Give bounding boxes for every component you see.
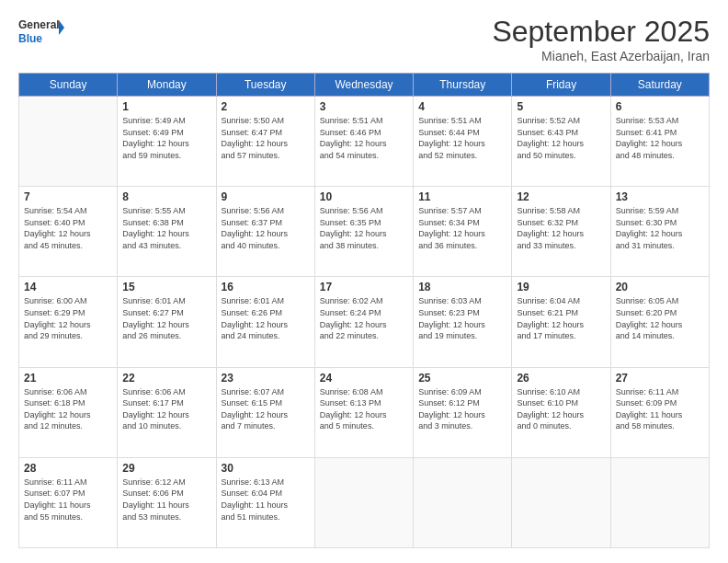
day-number: 27 <box>616 372 704 385</box>
day-info: Sunrise: 5:56 AMSunset: 6:35 PMDaylight:… <box>320 205 408 251</box>
calendar-cell <box>19 97 118 187</box>
day-info: Sunrise: 5:59 AMSunset: 6:30 PMDaylight:… <box>616 205 704 251</box>
day-number: 17 <box>320 281 408 293</box>
calendar-cell: 17Sunrise: 6:02 AMSunset: 6:24 PMDayligh… <box>314 277 413 367</box>
week-row-5: 28Sunrise: 6:11 AMSunset: 6:07 PMDayligh… <box>19 457 710 547</box>
day-info: Sunrise: 6:11 AMSunset: 6:09 PMDaylight:… <box>616 386 704 432</box>
day-number: 3 <box>320 100 408 113</box>
svg-text:General: General <box>18 18 60 31</box>
day-info: Sunrise: 5:57 AMSunset: 6:34 PMDaylight:… <box>418 205 506 251</box>
calendar-cell: 2Sunrise: 5:50 AMSunset: 6:47 PMDaylight… <box>216 97 314 187</box>
day-info: Sunrise: 6:12 AMSunset: 6:06 PMDaylight:… <box>122 477 210 523</box>
day-info: Sunrise: 5:58 AMSunset: 6:32 PMDaylight:… <box>517 205 605 251</box>
svg-text:Blue: Blue <box>18 32 42 45</box>
logo: General Blue <box>18 15 64 48</box>
weekday-thursday: Thursday <box>414 74 512 97</box>
day-number: 22 <box>122 372 210 385</box>
calendar-cell: 23Sunrise: 6:07 AMSunset: 6:15 PMDayligh… <box>216 367 314 457</box>
day-number: 29 <box>122 462 210 475</box>
day-info: Sunrise: 6:13 AMSunset: 6:04 PMDaylight:… <box>222 477 310 523</box>
day-number: 14 <box>24 281 112 293</box>
weekday-tuesday: Tuesday <box>216 74 314 97</box>
calendar-cell: 12Sunrise: 5:58 AMSunset: 6:32 PMDayligh… <box>512 187 610 277</box>
day-info: Sunrise: 6:06 AMSunset: 6:17 PMDaylight:… <box>122 386 210 432</box>
day-number: 24 <box>320 372 408 385</box>
calendar-cell: 16Sunrise: 6:01 AMSunset: 6:26 PMDayligh… <box>216 277 314 367</box>
calendar-cell: 3Sunrise: 5:51 AMSunset: 6:46 PMDaylight… <box>314 97 413 187</box>
calendar-cell: 28Sunrise: 6:11 AMSunset: 6:07 PMDayligh… <box>19 457 118 547</box>
day-info: Sunrise: 6:05 AMSunset: 6:20 PMDaylight:… <box>616 295 704 341</box>
day-info: Sunrise: 6:09 AMSunset: 6:12 PMDaylight:… <box>418 386 506 432</box>
calendar-cell: 13Sunrise: 5:59 AMSunset: 6:30 PMDayligh… <box>610 187 709 277</box>
calendar-cell: 19Sunrise: 6:04 AMSunset: 6:21 PMDayligh… <box>512 277 610 367</box>
calendar-cell: 30Sunrise: 6:13 AMSunset: 6:04 PMDayligh… <box>216 457 314 547</box>
day-number: 28 <box>24 462 112 475</box>
day-number: 21 <box>24 372 112 385</box>
day-info: Sunrise: 6:11 AMSunset: 6:07 PMDaylight:… <box>24 477 112 523</box>
day-number: 11 <box>418 190 506 203</box>
calendar-cell <box>512 457 610 547</box>
weekday-friday: Friday <box>512 74 610 97</box>
week-row-4: 21Sunrise: 6:06 AMSunset: 6:18 PMDayligh… <box>19 367 710 457</box>
calendar-cell: 7Sunrise: 5:54 AMSunset: 6:40 PMDaylight… <box>19 187 118 277</box>
week-row-3: 14Sunrise: 6:00 AMSunset: 6:29 PMDayligh… <box>19 277 710 367</box>
weekday-header-row: SundayMondayTuesdayWednesdayThursdayFrid… <box>19 74 710 97</box>
location-subtitle: Mianeh, East Azerbaijan, Iran <box>492 49 710 63</box>
day-info: Sunrise: 5:53 AMSunset: 6:41 PMDaylight:… <box>616 115 704 161</box>
day-number: 7 <box>24 190 112 203</box>
calendar-cell: 27Sunrise: 6:11 AMSunset: 6:09 PMDayligh… <box>610 367 709 457</box>
day-info: Sunrise: 6:01 AMSunset: 6:26 PMDaylight:… <box>222 295 310 341</box>
day-info: Sunrise: 5:52 AMSunset: 6:43 PMDaylight:… <box>517 115 605 161</box>
calendar-cell: 20Sunrise: 6:05 AMSunset: 6:20 PMDayligh… <box>610 277 709 367</box>
calendar-cell: 15Sunrise: 6:01 AMSunset: 6:27 PMDayligh… <box>118 277 216 367</box>
day-info: Sunrise: 6:02 AMSunset: 6:24 PMDaylight:… <box>320 295 408 341</box>
day-info: Sunrise: 5:51 AMSunset: 6:46 PMDaylight:… <box>320 115 408 161</box>
calendar-cell: 24Sunrise: 6:08 AMSunset: 6:13 PMDayligh… <box>314 367 413 457</box>
day-number: 20 <box>616 281 704 293</box>
day-number: 1 <box>122 100 210 113</box>
day-info: Sunrise: 6:08 AMSunset: 6:13 PMDaylight:… <box>320 386 408 432</box>
calendar-cell: 22Sunrise: 6:06 AMSunset: 6:17 PMDayligh… <box>118 367 216 457</box>
calendar-cell: 14Sunrise: 6:00 AMSunset: 6:29 PMDayligh… <box>19 277 118 367</box>
month-title: September 2025 <box>492 15 710 49</box>
day-number: 19 <box>517 281 605 293</box>
calendar-cell <box>414 457 512 547</box>
calendar-cell: 29Sunrise: 6:12 AMSunset: 6:06 PMDayligh… <box>118 457 216 547</box>
calendar-cell: 10Sunrise: 5:56 AMSunset: 6:35 PMDayligh… <box>314 187 413 277</box>
calendar-cell: 6Sunrise: 5:53 AMSunset: 6:41 PMDaylight… <box>610 97 709 187</box>
calendar-cell <box>314 457 413 547</box>
title-block: September 2025 Mianeh, East Azerbaijan, … <box>492 15 710 63</box>
calendar-cell <box>610 457 709 547</box>
day-number: 25 <box>418 372 506 385</box>
logo-svg: General Blue <box>18 15 64 48</box>
day-info: Sunrise: 5:56 AMSunset: 6:37 PMDaylight:… <box>222 205 310 251</box>
calendar-cell: 25Sunrise: 6:09 AMSunset: 6:12 PMDayligh… <box>414 367 512 457</box>
weekday-saturday: Saturday <box>610 74 709 97</box>
weekday-monday: Monday <box>118 74 216 97</box>
day-number: 8 <box>122 190 210 203</box>
day-info: Sunrise: 6:07 AMSunset: 6:15 PMDaylight:… <box>222 386 310 432</box>
day-info: Sunrise: 6:04 AMSunset: 6:21 PMDaylight:… <box>517 295 605 341</box>
calendar-cell: 18Sunrise: 6:03 AMSunset: 6:23 PMDayligh… <box>414 277 512 367</box>
day-number: 18 <box>418 281 506 293</box>
day-info: Sunrise: 5:54 AMSunset: 6:40 PMDaylight:… <box>24 205 112 251</box>
day-info: Sunrise: 5:49 AMSunset: 6:49 PMDaylight:… <box>122 115 210 161</box>
day-info: Sunrise: 5:50 AMSunset: 6:47 PMDaylight:… <box>222 115 310 161</box>
calendar-cell: 4Sunrise: 5:51 AMSunset: 6:44 PMDaylight… <box>414 97 512 187</box>
calendar-cell: 9Sunrise: 5:56 AMSunset: 6:37 PMDaylight… <box>216 187 314 277</box>
calendar-cell: 21Sunrise: 6:06 AMSunset: 6:18 PMDayligh… <box>19 367 118 457</box>
svg-marker-2 <box>59 20 64 35</box>
day-number: 16 <box>222 281 310 293</box>
day-number: 30 <box>222 462 310 475</box>
calendar-cell: 1Sunrise: 5:49 AMSunset: 6:49 PMDaylight… <box>118 97 216 187</box>
day-info: Sunrise: 6:10 AMSunset: 6:10 PMDaylight:… <box>517 386 605 432</box>
day-number: 6 <box>616 100 704 113</box>
day-number: 26 <box>517 372 605 385</box>
day-info: Sunrise: 6:06 AMSunset: 6:18 PMDaylight:… <box>24 386 112 432</box>
day-info: Sunrise: 6:00 AMSunset: 6:29 PMDaylight:… <box>24 295 112 341</box>
calendar-cell: 26Sunrise: 6:10 AMSunset: 6:10 PMDayligh… <box>512 367 610 457</box>
weekday-sunday: Sunday <box>19 74 118 97</box>
calendar-table: SundayMondayTuesdayWednesdayThursdayFrid… <box>18 73 710 548</box>
day-number: 4 <box>418 100 506 113</box>
week-row-2: 7Sunrise: 5:54 AMSunset: 6:40 PMDaylight… <box>19 187 710 277</box>
